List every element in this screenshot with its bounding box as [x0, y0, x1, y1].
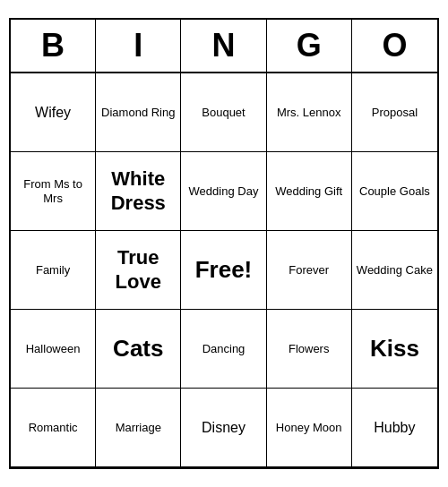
cell-label: From Ms to Mrs — [14, 177, 91, 205]
bingo-cell: Mrs. Lennox — [267, 73, 352, 152]
cell-label: Proposal — [372, 106, 418, 120]
cell-label: White Dress — [99, 167, 177, 215]
cell-label: Kiss — [370, 335, 419, 363]
bingo-cell: Hubby — [352, 389, 437, 467]
cell-label: Romantic — [29, 421, 78, 435]
cell-label: Family — [36, 263, 70, 278]
header-letter: O — [352, 20, 437, 72]
bingo-cell: Family — [11, 231, 96, 310]
cell-label: Flowers — [289, 342, 330, 356]
bingo-cell: Flowers — [267, 310, 352, 389]
cell-label: Forever — [289, 263, 329, 278]
bingo-cell: Wifey — [11, 73, 96, 152]
bingo-cell: White Dress — [96, 152, 181, 231]
cell-label: Wedding Day — [189, 184, 259, 199]
bingo-cell: Marriage — [96, 389, 181, 467]
bingo-cell: Bouquet — [181, 73, 266, 152]
header-letter: B — [11, 20, 96, 72]
cell-label: Halloween — [26, 342, 81, 356]
bingo-cell: Free! — [181, 231, 266, 310]
bingo-cell: True Love — [96, 231, 181, 310]
bingo-cell: Forever — [267, 231, 352, 310]
bingo-header: BINGO — [11, 20, 437, 73]
header-letter: N — [181, 20, 266, 72]
bingo-card: BINGO WifeyDiamond RingBouquetMrs. Lenno… — [9, 18, 439, 469]
cell-label: Hubby — [374, 419, 415, 436]
bingo-cell: Halloween — [11, 310, 96, 389]
header-letter: G — [267, 20, 352, 72]
bingo-cell: From Ms to Mrs — [11, 152, 96, 231]
bingo-grid: WifeyDiamond RingBouquetMrs. LennoxPropo… — [11, 73, 437, 467]
header-letter: I — [96, 20, 181, 72]
cell-label: Couple Goals — [359, 184, 430, 199]
cell-label: Marriage — [116, 421, 161, 435]
cell-label: Cats — [113, 335, 163, 363]
bingo-cell: Honey Moon — [267, 389, 352, 467]
cell-label: Dancing — [202, 342, 246, 356]
cell-label: Free! — [195, 256, 253, 284]
cell-label: Mrs. Lennox — [277, 106, 341, 120]
bingo-cell: Proposal — [352, 73, 437, 152]
cell-label: True Love — [99, 246, 177, 294]
bingo-cell: Wedding Day — [181, 152, 266, 231]
bingo-cell: Wedding Gift — [267, 152, 352, 231]
bingo-cell: Wedding Cake — [352, 231, 437, 310]
bingo-cell: Dancing — [181, 310, 266, 389]
cell-label: Honey Moon — [276, 421, 342, 435]
cell-label: Diamond Ring — [101, 106, 175, 120]
cell-label: Wifey — [35, 104, 71, 121]
bingo-cell: Romantic — [11, 389, 96, 467]
cell-label: Disney — [202, 419, 246, 436]
bingo-cell: Couple Goals — [352, 152, 437, 231]
cell-label: Wedding Gift — [275, 184, 342, 199]
bingo-cell: Diamond Ring — [96, 73, 181, 152]
bingo-cell: Cats — [96, 310, 181, 389]
cell-label: Bouquet — [202, 106, 245, 120]
cell-label: Wedding Cake — [357, 263, 433, 278]
bingo-cell: Disney — [181, 389, 266, 467]
bingo-cell: Kiss — [352, 310, 437, 389]
